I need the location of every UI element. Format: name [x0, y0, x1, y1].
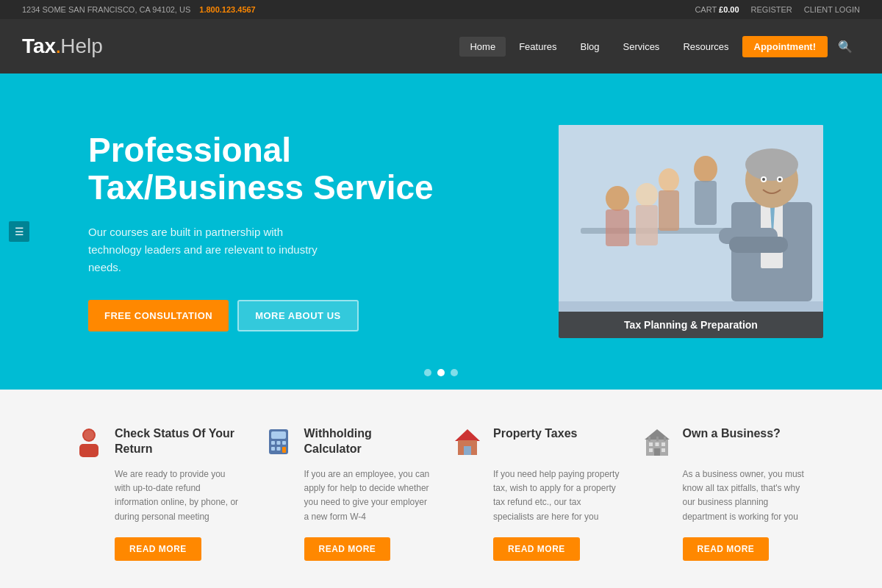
svg-point-23 [84, 430, 94, 440]
svg-rect-44 [648, 437, 650, 441]
login-link[interactable]: CLIENT LOGIN [804, 5, 860, 14]
feature-check-status: Check Status Of Your Return We are ready… [74, 426, 241, 561]
svg-rect-28 [282, 441, 286, 445]
svg-rect-31 [282, 447, 286, 453]
svg-rect-9 [636, 205, 658, 245]
svg-marker-32 [455, 429, 480, 441]
search-icon[interactable]: 🔍 [831, 35, 860, 58]
hero-content: Professional Tax/Business Service Our co… [88, 132, 441, 331]
svg-rect-38 [649, 442, 653, 446]
svg-point-18 [778, 178, 781, 181]
svg-rect-45 [656, 437, 659, 441]
svg-rect-5 [659, 190, 679, 231]
logo-tax: Tax [22, 35, 56, 57]
cart-amount: £0.00 [719, 5, 739, 14]
svg-rect-3 [695, 181, 717, 225]
svg-rect-46 [664, 437, 666, 441]
feature-icon-area-4: Own a Business? [642, 426, 809, 457]
nav-features[interactable]: Features [509, 37, 567, 57]
cart-text: CART [695, 5, 717, 14]
house-icon [452, 426, 483, 457]
svg-rect-29 [271, 447, 275, 451]
building-icon [642, 426, 673, 457]
svg-point-6 [606, 186, 629, 211]
svg-rect-39 [655, 442, 659, 446]
feature-desc-3: If you need help paying property tax, wi… [452, 467, 620, 524]
svg-point-8 [636, 183, 658, 207]
hero-title: Professional Tax/Business Service [88, 132, 441, 206]
about-button[interactable]: MORE ABOUT US [237, 300, 359, 331]
hero-buttons: FREE CONSULTATION MORE ABOUT US [88, 300, 441, 331]
svg-rect-22 [79, 444, 98, 457]
svg-point-14 [745, 148, 798, 181]
header: Tax.Help Home Features Blog Services Res… [0, 19, 882, 74]
slide-dot-3[interactable] [451, 369, 458, 376]
slide-dots [424, 369, 458, 376]
nav-home[interactable]: Home [459, 37, 506, 57]
hero-image-box: Tax Planning & Preparation [559, 125, 823, 338]
readmore-button-2[interactable]: READ MORE [304, 537, 391, 561]
hero-image-container: Tax Planning & Preparation [559, 125, 823, 338]
nav-blog[interactable]: Blog [570, 37, 609, 57]
feature-title-3: Property Taxes [493, 426, 577, 442]
phone-number: 1.800.123.4567 [199, 5, 255, 14]
svg-rect-26 [271, 441, 275, 445]
svg-rect-20 [729, 237, 788, 253]
feature-desc-2: If you are an employee, you can apply fo… [263, 467, 431, 524]
feature-own-business: Own a Business? As a business owner, you… [642, 426, 809, 561]
calculator-icon [263, 426, 294, 457]
svg-point-16 [762, 178, 765, 181]
feature-withholding: Withholding Calculator If you are an emp… [263, 426, 431, 561]
readmore-button-3[interactable]: READ MORE [493, 537, 580, 561]
top-bar-right: CART £0.00 REGISTER CLIENT LOGIN [695, 5, 860, 14]
readmore-button-1[interactable]: READ MORE [115, 537, 201, 561]
svg-rect-30 [276, 447, 280, 451]
feature-desc-4: As a business owner, you must know all t… [642, 467, 809, 524]
logo-help: Help [60, 35, 103, 57]
feature-icon-area-2: Withholding Calculator [263, 426, 431, 457]
hero-image-caption: Tax Planning & Preparation [559, 312, 823, 338]
register-link[interactable]: REGISTER [751, 5, 792, 14]
person-icon [74, 426, 104, 457]
nav-services[interactable]: Services [613, 37, 670, 57]
feature-property-taxes: Property Taxes If you need help paying p… [452, 426, 620, 561]
svg-rect-41 [649, 448, 653, 452]
svg-point-4 [659, 168, 679, 192]
consultation-button[interactable]: FREE CONSULTATION [88, 300, 229, 331]
svg-rect-40 [662, 442, 665, 446]
slide-arrow-left[interactable]: ☰ [9, 221, 29, 242]
svg-rect-42 [662, 448, 665, 452]
nav-resources[interactable]: Resources [673, 37, 739, 57]
slide-dot-2[interactable] [437, 369, 445, 376]
hero-description: Our courses are built in partnership wit… [88, 223, 338, 276]
features-section: Check Status Of Your Return We are ready… [0, 390, 882, 588]
top-bar-left: 1234 SOME SAN FRANCISCO, CA 94102, US 1.… [22, 5, 256, 14]
svg-point-2 [694, 156, 717, 182]
svg-rect-7 [606, 209, 629, 246]
top-bar: 1234 SOME SAN FRANCISCO, CA 94102, US 1.… [0, 0, 882, 19]
cart-label: CART £0.00 [695, 5, 739, 14]
feature-desc-1: We are ready to provide you with up-to-d… [74, 467, 241, 524]
feature-icon-area-3: Property Taxes [452, 426, 620, 457]
slide-dot-1[interactable] [424, 369, 431, 376]
hero-section: ☰ Professional Tax/Business Service Our … [0, 74, 882, 390]
main-nav: Home Features Blog Services Resources Ap… [459, 35, 860, 58]
readmore-button-4[interactable]: READ MORE [683, 537, 770, 561]
svg-rect-25 [271, 431, 286, 439]
feature-title-2: Withholding Calculator [304, 426, 431, 457]
hero-image [559, 125, 823, 301]
logo[interactable]: Tax.Help [22, 35, 103, 58]
svg-rect-43 [654, 448, 660, 456]
feature-title-1: Check Status Of Your Return [115, 426, 241, 457]
business-people-illustration [559, 125, 823, 301]
svg-rect-27 [276, 441, 280, 445]
feature-icon-area-1: Check Status Of Your Return [74, 426, 241, 457]
address: 1234 SOME SAN FRANCISCO, CA 94102, US [22, 5, 190, 14]
nav-appointment[interactable]: Appointment! [742, 36, 828, 57]
feature-title-4: Own a Business? [683, 426, 781, 442]
svg-rect-34 [464, 446, 471, 455]
